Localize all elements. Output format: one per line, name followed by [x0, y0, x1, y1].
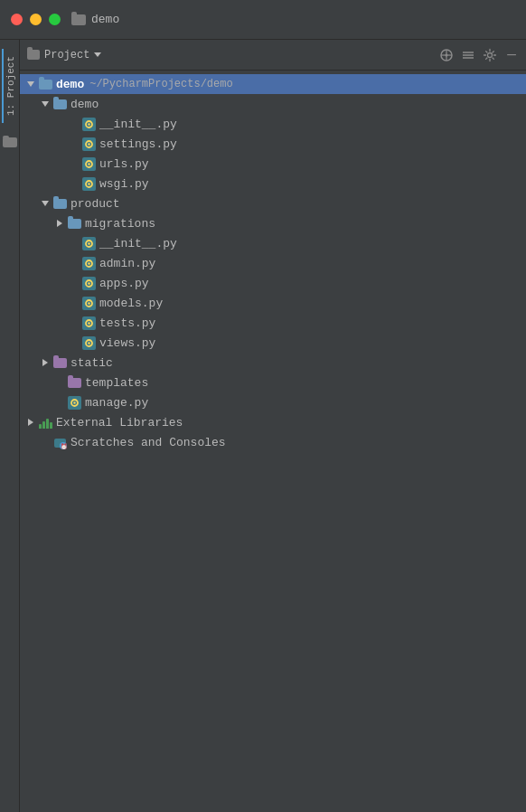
split-button[interactable]	[461, 48, 475, 62]
sidebar-item-project[interactable]: 1: Project	[2, 49, 18, 123]
side-tab: 1: Project	[0, 40, 20, 812]
tree-item-migrations-folder[interactable]: migrations	[20, 213, 526, 233]
tree-item-apps-py[interactable]: apps.py	[20, 273, 526, 293]
sidebar-item-folder[interactable]	[3, 134, 17, 152]
arrow-right-icon	[23, 419, 38, 426]
init-py-1-label: __init__.py	[99, 118, 177, 131]
python-file-icon	[81, 156, 96, 171]
arrow-right-icon	[52, 220, 67, 227]
folder-blue-icon	[52, 97, 67, 111]
svg-point-33	[88, 302, 89, 304]
product-folder-label: product	[70, 197, 120, 211]
settings-button[interactable]	[483, 48, 497, 62]
folder-purple-icon	[67, 375, 81, 390]
svg-text:⏰: ⏰	[60, 443, 67, 449]
svg-point-30	[88, 282, 89, 284]
tree-item-models-py[interactable]: models.py	[20, 293, 526, 313]
tree-item-product-folder[interactable]: product	[20, 194, 526, 213]
title-bar: demo	[0, 0, 526, 40]
window-title: demo	[71, 13, 119, 26]
svg-point-42	[73, 401, 75, 403]
svg-point-5	[446, 53, 448, 56]
panel-dropdown-icon[interactable]	[94, 52, 101, 57]
python-file-icon	[81, 296, 96, 310]
main-layout: 1: Project Project	[0, 40, 526, 812]
tree-item-templates-folder[interactable]: templates	[20, 373, 526, 392]
urls-py-label: urls.py	[99, 157, 149, 171]
svg-point-21	[88, 183, 89, 184]
split-icon	[461, 48, 475, 62]
panel-title-area: Project	[27, 49, 434, 61]
tree-item-root[interactable]: demo ~/PycharmProjects/demo	[20, 74, 526, 94]
svg-point-39	[88, 342, 89, 344]
settings-icon	[483, 48, 497, 62]
arrow-right-icon	[38, 359, 52, 366]
panel-title-label: Project	[44, 49, 89, 61]
tree-item-demo-folder[interactable]: demo	[20, 94, 526, 114]
locate-button[interactable]	[439, 48, 454, 62]
svg-point-18	[88, 163, 89, 165]
tree-item-urls-py[interactable]: urls.py	[20, 154, 526, 174]
python-file-icon	[81, 276, 96, 290]
folder-icon	[71, 14, 86, 25]
tree-item-manage-py[interactable]: manage.py	[20, 392, 526, 412]
tree-item-static-folder[interactable]: static	[20, 353, 526, 373]
svg-point-9	[488, 52, 493, 57]
tree-item-tests-py[interactable]: tests.py	[20, 313, 526, 333]
static-folder-label: static	[70, 356, 113, 370]
tree-item-wsgi-py[interactable]: wsgi.py	[20, 174, 526, 194]
panel-actions: —	[439, 48, 519, 62]
views-py-label: views.py	[99, 336, 155, 350]
tree-item-admin-py[interactable]: admin.py	[20, 253, 526, 273]
maximize-button[interactable]	[49, 14, 61, 25]
file-tree: demo ~/PycharmProjects/demo demo __init_…	[20, 71, 526, 812]
tree-item-init-py-1[interactable]: __init__.py	[20, 114, 526, 134]
locate-icon	[439, 48, 454, 62]
minimize-panel-button[interactable]: —	[504, 48, 519, 62]
tree-item-views-py[interactable]: views.py	[20, 333, 526, 353]
python-file-icon	[81, 316, 96, 330]
python-file-icon	[81, 176, 96, 191]
tree-item-ext-libraries[interactable]: External Libraries	[20, 412, 526, 432]
folder-purple-icon	[52, 355, 67, 370]
svg-point-15	[88, 143, 89, 145]
svg-point-27	[88, 262, 89, 264]
svg-point-12	[88, 123, 89, 125]
python-file-icon	[81, 117, 96, 131]
close-button[interactable]	[11, 14, 23, 25]
python-file-icon	[81, 335, 96, 350]
panel-header: Project	[20, 40, 526, 71]
tree-item-scratches[interactable]: ⏰ Scratches and Consoles	[20, 432, 526, 452]
folder-blue-icon	[67, 216, 81, 231]
folder-icon-side	[3, 134, 17, 148]
svg-point-24	[88, 242, 89, 244]
migrations-folder-label: migrations	[85, 217, 155, 231]
root-path: ~/PycharmProjects/demo	[89, 78, 232, 90]
arrow-down-icon	[38, 201, 52, 206]
arrow-down-icon	[23, 81, 38, 87]
tree-item-settings-py[interactable]: settings.py	[20, 134, 526, 154]
folder-blue-icon	[38, 77, 52, 91]
templates-folder-label: templates	[85, 376, 148, 390]
project-panel: Project	[20, 40, 526, 812]
minimize-button[interactable]	[30, 14, 42, 25]
title-label: demo	[91, 13, 119, 26]
tests-py-label: tests.py	[99, 316, 155, 330]
python-file-icon	[81, 256, 96, 270]
traffic-lights	[11, 14, 61, 25]
demo-folder-label: demo	[70, 98, 99, 111]
ext-lib-icon	[38, 415, 52, 430]
arrow-down-icon	[38, 101, 52, 107]
admin-py-label: admin.py	[99, 257, 155, 270]
python-file-icon	[81, 236, 96, 250]
tree-item-init-py-2[interactable]: __init__.py	[20, 233, 526, 253]
init-py-2-label: __init__.py	[99, 237, 177, 250]
scratches-label: Scratches and Consoles	[70, 436, 226, 449]
settings-py-label: settings.py	[99, 137, 177, 151]
svg-rect-1	[3, 136, 9, 139]
manage-py-label: manage.py	[85, 396, 148, 410]
panel-folder-icon	[27, 50, 40, 60]
python-file-icon	[67, 395, 81, 410]
folder-blue-icon	[52, 196, 67, 211]
python-file-icon	[81, 137, 96, 151]
